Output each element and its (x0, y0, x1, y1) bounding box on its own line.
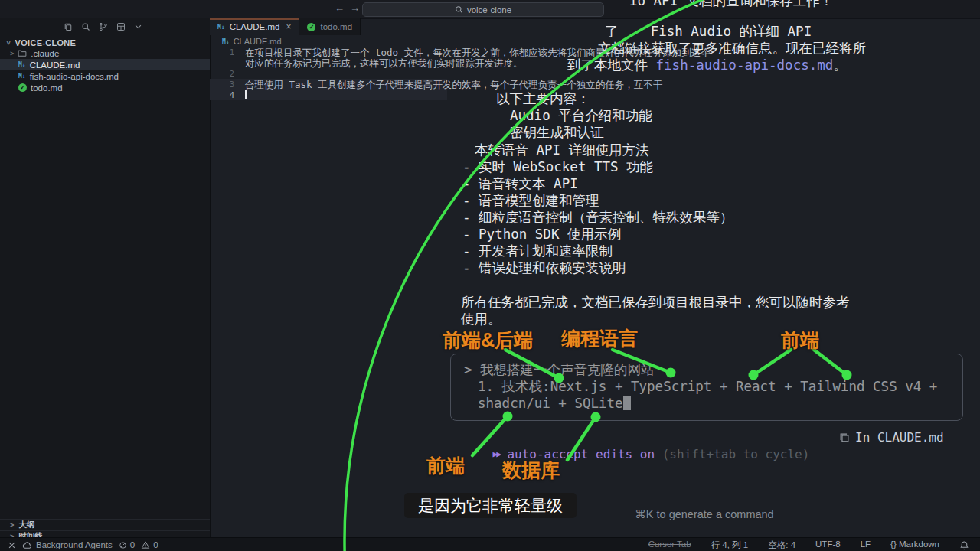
breadcrumb-file: CLAUDE.md (234, 37, 282, 46)
status-item-cursor-tab[interactable]: Cursor Tab (648, 540, 691, 551)
chat-message-line: - 语音转文本 API (462, 175, 578, 192)
status-item--4-1[interactable]: 行 4, 列 1 (711, 540, 749, 551)
video-subtitle: 是因为它非常轻量级 (404, 493, 577, 518)
chat-message-line: 到了本地文件 fish-audio-api-docs.md。 (567, 57, 847, 73)
status-right: Cursor Tab行 4, 列 1空格: 4UTF-8LF{} Markdow… (648, 540, 980, 551)
file-name: CLAUDE.md (30, 60, 80, 70)
app-window: ← → voice-clone > VOICE-CLONE >.claudeM↓… (0, 0, 980, 551)
sidebar: > VOICE-CLONE >.claudeM↓CLAUDE.mdM↓fish-… (0, 18, 211, 537)
project-name: VOICE-CLONE (15, 38, 77, 47)
editor-line[interactable]: 对应的任务标记为已完成，这样可以方便我们实时跟踪开发进度。 (245, 57, 523, 70)
annotation-label: 编程语言 (561, 326, 638, 351)
project-header[interactable]: > VOICE-CLONE (6, 38, 76, 47)
background-agents-label: Background Agents (36, 540, 113, 549)
check-circle-icon: ✓ (18, 83, 27, 92)
line-number: 2 (211, 69, 234, 78)
line-number: 3 (211, 80, 234, 89)
remote-icon[interactable] (8, 541, 16, 549)
search-input[interactable]: voice-clone (362, 2, 604, 17)
cloud-icon (22, 540, 32, 550)
problems-item[interactable]: 0 0 (119, 540, 158, 549)
breadcrumb[interactable]: M↓ CLAUDE.md (222, 37, 282, 46)
annotation-label: 前端 (426, 453, 465, 478)
file-item-.claude[interactable]: >.claude (0, 47, 210, 59)
chat-message-line: 了 Fish Audio 的详细 API (605, 23, 812, 40)
context-file: In CLAUDE.md (855, 429, 944, 446)
forward-icon[interactable]: → (350, 2, 360, 14)
errors-count: 0 (130, 540, 135, 549)
chat-message-line: - 细粒度语音控制（音素控制、特殊效果等） (462, 209, 733, 226)
search-icon[interactable] (80, 21, 90, 31)
chat-message-line: - 错误处理和依赖安装说明 (462, 259, 626, 276)
file-list: >.claudeM↓CLAUDE.mdM↓fish-audio-api-docs… (0, 47, 210, 93)
chat-message-line: io API 文档的查询和保存工作！ (629, 0, 833, 9)
status-item-lf[interactable]: LF (861, 540, 871, 551)
status-left: Background Agents 0 0 (0, 540, 158, 550)
chat-message-line: - Python SDK 使用示例 (462, 226, 621, 243)
chat-message-line: Audio 平台介绍和功能 (510, 107, 652, 124)
chevron-down-icon: > (5, 41, 12, 45)
chat-message-line: 以下主要内容： (496, 90, 590, 107)
background-agents-item[interactable]: Background Agents (22, 540, 113, 550)
file-item-todo.md[interactable]: ✓todo.md (0, 82, 210, 93)
tab-bar: M↓ CLAUDE.md × ✓ todo.md (210, 18, 361, 35)
tab-todo-md[interactable]: ✓ todo.md (299, 18, 361, 35)
chat-message-line: 文档链接获取了更多准确信息。现在已经将所 (598, 40, 866, 57)
status-right-items: Cursor Tab行 4, 列 1空格: 4UTF-8LF{} Markdow… (648, 540, 939, 551)
auto-accept-hint: (shift+tab to cycle) (662, 447, 810, 461)
branch-icon[interactable] (98, 21, 108, 31)
double-arrow-icon: ▶▶ (493, 449, 500, 459)
text-caret (245, 90, 247, 99)
annotation-label: 前端&后端 (443, 328, 533, 353)
file-name: .claude (31, 49, 59, 58)
chat-message-line: 使用。 (461, 311, 501, 328)
layout-icon[interactable] (116, 21, 126, 31)
prompt-input-box[interactable] (450, 354, 963, 421)
search-value: voice-clone (467, 5, 511, 15)
folder-icon (18, 49, 27, 57)
status-item-utf-8[interactable]: UTF-8 (815, 540, 841, 551)
chevron-right-icon: > (10, 50, 14, 57)
command-hint: ⌘K to generate a command (536, 508, 873, 520)
markdown-file-icon: M↓ (217, 24, 225, 31)
status-item--4[interactable]: 空格: 4 (768, 540, 795, 551)
context-indicator: In CLAUDE.md (839, 429, 944, 446)
file-item-CLAUDE.md[interactable]: M↓CLAUDE.md (0, 59, 210, 70)
warnings-count: 0 (153, 540, 158, 549)
chat-message-line: - 语音模型创建和管理 (462, 192, 599, 209)
file-name: fish-audio-api-docs.md (30, 72, 119, 81)
copy-icon[interactable] (63, 21, 73, 31)
file-link[interactable]: fish-audio-api-docs.md (656, 57, 834, 73)
bell-icon[interactable] (959, 540, 969, 550)
chat-message-line: - 开发者计划和速率限制 (462, 243, 612, 259)
annotation-label: 前端 (781, 328, 819, 353)
auto-accept-toggle[interactable]: ▶▶ auto-accept edits on (shift+tab to cy… (463, 429, 809, 446)
file-name: todo.md (31, 83, 63, 93)
tab-claude-md[interactable]: M↓ CLAUDE.md × (210, 18, 299, 35)
line-number: 1 (211, 47, 234, 57)
overlap-squares-icon (839, 432, 850, 443)
tab-label: todo.md (320, 22, 352, 31)
back-icon[interactable]: ← (335, 2, 345, 14)
line-number: 4 (211, 90, 234, 99)
sidebar-toolbar (63, 21, 143, 31)
markdown-file-icon: M↓ (222, 38, 230, 45)
section-label: 大纲 (18, 520, 34, 530)
sidebar-section-大纲[interactable]: >大纲 (0, 519, 210, 530)
errors-icon (119, 541, 127, 549)
check-circle-icon: ✓ (307, 23, 315, 31)
chat-message-line: - 实时 WebSocket TTS 功能 (462, 158, 653, 175)
close-icon[interactable]: × (286, 21, 291, 32)
file-item-fish-audio-api-docs.md[interactable]: M↓fish-audio-api-docs.md (0, 70, 210, 82)
chat-message-line: 所有任务都已完成，文档已保存到项目根目录中，您可以随时参考 (461, 294, 850, 311)
status-bar: Background Agents 0 0 Cursor Tab行 4, 列 1… (0, 537, 980, 551)
status-item--markdown[interactable]: {} Markdown (890, 540, 939, 551)
chat-message-line: 密钥生成和认证 (510, 124, 604, 141)
chevron-down-icon[interactable] (133, 21, 143, 31)
markdown-file-icon: M↓ (18, 73, 26, 80)
search-icon (455, 5, 463, 14)
tab-label: CLAUDE.md (230, 22, 280, 31)
warnings-icon (141, 540, 150, 549)
chevron-right-icon: > (10, 521, 14, 529)
auto-accept-label: auto-accept edits on (507, 447, 662, 461)
